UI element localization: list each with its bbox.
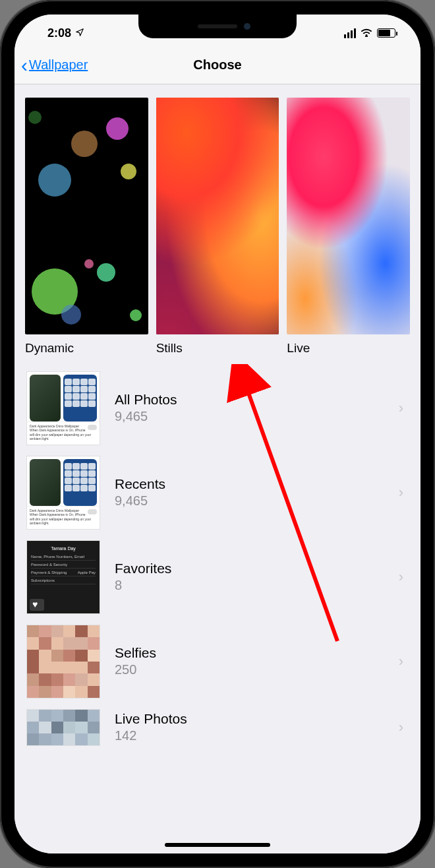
album-name: Recents	[115, 476, 384, 492]
album-thumb	[26, 625, 100, 698]
album-thumb	[26, 709, 100, 746]
live-thumb	[287, 98, 410, 334]
album-row-live-photos[interactable]: Live Photos 142 ›	[14, 704, 420, 772]
chevron-right-icon: ›	[399, 719, 403, 736]
chevron-right-icon: ›	[399, 484, 403, 501]
chevron-right-icon: ›	[399, 569, 403, 586]
album-name: Favorites	[115, 561, 384, 576]
category-label: Dynamic	[25, 341, 148, 356]
home-indicator[interactable]	[165, 843, 270, 847]
album-list: Dark Appearance Dims WallpaperWhen Dark …	[14, 361, 420, 778]
album-row-all-photos[interactable]: Dark Appearance Dims WallpaperWhen Dark …	[14, 366, 420, 450]
heart-icon: ♥	[32, 599, 38, 609]
album-name: All Photos	[115, 392, 384, 408]
screen: 2:08 ‹ Wallpaper	[14, 15, 420, 853]
stills-thumb	[156, 98, 279, 334]
album-count: 250	[115, 662, 384, 677]
album-row-recents[interactable]: Dark Appearance Dims WallpaperWhen Dark …	[14, 450, 420, 535]
album-thumb: Tamara Day Name, Phone Numbers, Email Pa…	[26, 540, 100, 614]
category-label: Stills	[156, 341, 279, 356]
notch	[138, 15, 297, 38]
album-row-selfies[interactable]: Selfies 250 ›	[14, 619, 420, 704]
svg-point-0	[366, 34, 368, 36]
album-count: 9,465	[115, 409, 384, 424]
wallpaper-categories: Dynamic Stills Live	[14, 84, 420, 361]
page-title: Choose	[193, 57, 241, 73]
device-frame: 2:08 ‹ Wallpaper	[0, 0, 435, 868]
wallpaper-category-dynamic[interactable]: Dynamic	[25, 98, 148, 356]
album-name: Selfies	[115, 645, 384, 661]
back-button[interactable]: ‹ Wallpaper	[21, 55, 88, 75]
album-count: 8	[115, 578, 384, 593]
location-icon	[75, 26, 84, 40]
album-row-favorites[interactable]: Tamara Day Name, Phone Numbers, Email Pa…	[14, 535, 420, 619]
status-time: 2:08	[47, 26, 71, 40]
wallpaper-category-live[interactable]: Live	[287, 98, 410, 356]
back-label: Wallpaper	[29, 57, 88, 73]
chevron-right-icon: ›	[399, 653, 403, 670]
nav-bar: ‹ Wallpaper Choose	[14, 46, 420, 84]
album-thumb: Dark Appearance Dims WallpaperWhen Dark …	[26, 456, 100, 530]
album-count: 142	[115, 728, 384, 743]
chevron-left-icon: ‹	[21, 55, 28, 75]
album-count: 9,465	[115, 493, 384, 509]
dynamic-thumb	[25, 98, 148, 334]
wifi-icon	[360, 26, 373, 40]
battery-icon	[377, 28, 395, 38]
cellular-icon	[344, 28, 356, 38]
album-name: Live Photos	[115, 711, 384, 727]
chevron-right-icon: ›	[399, 400, 403, 417]
content[interactable]: Dynamic Stills Live	[14, 84, 420, 853]
wallpaper-category-stills[interactable]: Stills	[156, 98, 279, 356]
album-thumb: Dark Appearance Dims WallpaperWhen Dark …	[26, 371, 100, 445]
category-label: Live	[287, 341, 410, 356]
